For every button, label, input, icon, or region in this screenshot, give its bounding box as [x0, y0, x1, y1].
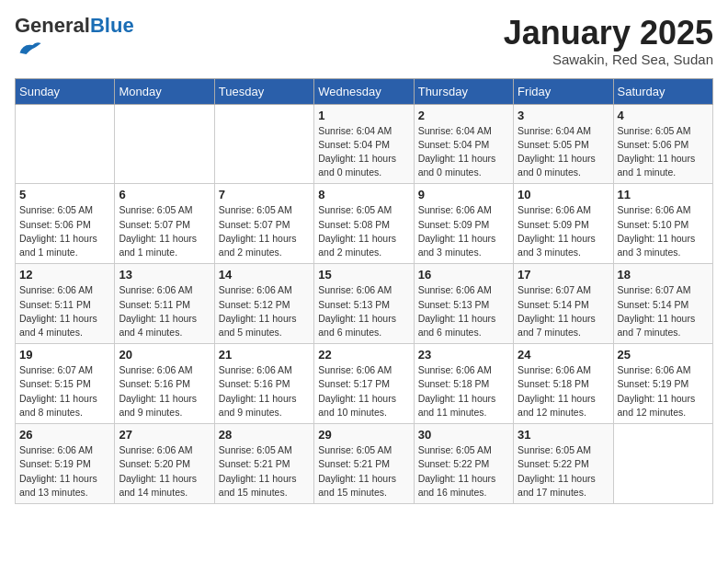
day-number: 28	[219, 428, 310, 442]
logo-text: GeneralBlue	[15, 15, 134, 37]
day-number: 20	[119, 348, 210, 362]
month-title: January 2025	[504, 15, 713, 52]
calendar-week-4: 19Sunrise: 6:07 AMSunset: 5:15 PMDayligh…	[16, 344, 713, 424]
day-detail: Sunrise: 6:06 AMSunset: 5:16 PMDaylight:…	[219, 363, 310, 419]
calendar-cell: 27Sunrise: 6:06 AMSunset: 5:20 PMDayligh…	[115, 424, 214, 504]
day-number: 13	[119, 268, 210, 282]
day-number: 18	[618, 268, 709, 282]
day-detail: Sunrise: 6:06 AMSunset: 5:11 PMDaylight:…	[119, 283, 210, 339]
calendar-cell: 25Sunrise: 6:06 AMSunset: 5:19 PMDayligh…	[613, 344, 712, 424]
day-detail: Sunrise: 6:05 AMSunset: 5:21 PMDaylight:…	[318, 443, 409, 500]
calendar-cell: 22Sunrise: 6:06 AMSunset: 5:17 PMDayligh…	[314, 344, 414, 424]
day-detail: Sunrise: 6:06 AMSunset: 5:16 PMDaylight:…	[119, 363, 210, 419]
day-number: 19	[19, 348, 110, 362]
day-detail: Sunrise: 6:05 AMSunset: 5:06 PMDaylight:…	[19, 203, 110, 259]
calendar-cell: 3Sunrise: 6:04 AMSunset: 5:05 PMDaylight…	[514, 104, 613, 184]
calendar-cell: 31Sunrise: 6:05 AMSunset: 5:22 PMDayligh…	[514, 424, 613, 504]
day-detail: Sunrise: 6:06 AMSunset: 5:09 PMDaylight:…	[518, 203, 609, 259]
calendar-cell: 2Sunrise: 6:04 AMSunset: 5:04 PMDaylight…	[414, 104, 513, 184]
day-number: 1	[318, 109, 409, 122]
calendar-cell: 6Sunrise: 6:05 AMSunset: 5:07 PMDaylight…	[115, 184, 214, 264]
day-detail: Sunrise: 6:07 AMSunset: 5:14 PMDaylight:…	[518, 283, 609, 339]
calendar-cell: 1Sunrise: 6:04 AMSunset: 5:04 PMDaylight…	[314, 104, 414, 184]
day-detail: Sunrise: 6:06 AMSunset: 5:10 PMDaylight:…	[618, 203, 709, 259]
day-detail: Sunrise: 6:04 AMSunset: 5:04 PMDaylight:…	[318, 124, 409, 180]
calendar-header-tuesday: Tuesday	[214, 78, 313, 104]
calendar-cell: 9Sunrise: 6:06 AMSunset: 5:09 PMDaylight…	[414, 184, 513, 264]
calendar-header-thursday: Thursday	[414, 78, 513, 104]
calendar-header-sunday: Sunday	[16, 78, 115, 104]
day-detail: Sunrise: 6:06 AMSunset: 5:19 PMDaylight:…	[19, 443, 110, 500]
calendar-week-1: 1Sunrise: 6:04 AMSunset: 5:04 PMDaylight…	[16, 104, 713, 184]
day-detail: Sunrise: 6:06 AMSunset: 5:19 PMDaylight:…	[618, 363, 709, 419]
day-number: 29	[318, 428, 409, 442]
day-detail: Sunrise: 6:06 AMSunset: 5:13 PMDaylight:…	[418, 283, 509, 339]
day-detail: Sunrise: 6:06 AMSunset: 5:13 PMDaylight:…	[318, 283, 409, 339]
calendar-header-row: SundayMondayTuesdayWednesdayThursdayFrid…	[16, 78, 713, 104]
day-detail: Sunrise: 6:05 AMSunset: 5:07 PMDaylight:…	[219, 203, 310, 259]
day-number: 21	[219, 348, 310, 362]
calendar-cell: 17Sunrise: 6:07 AMSunset: 5:14 PMDayligh…	[514, 264, 613, 344]
day-number: 6	[119, 188, 210, 201]
day-detail: Sunrise: 6:05 AMSunset: 5:08 PMDaylight:…	[318, 203, 409, 259]
day-number: 22	[318, 348, 409, 362]
day-number: 17	[518, 268, 609, 282]
calendar-cell: 14Sunrise: 6:06 AMSunset: 5:12 PMDayligh…	[214, 264, 313, 344]
calendar-cell: 10Sunrise: 6:06 AMSunset: 5:09 PMDayligh…	[514, 184, 613, 264]
calendar-cell: 13Sunrise: 6:06 AMSunset: 5:11 PMDayligh…	[115, 264, 214, 344]
day-number: 7	[219, 188, 310, 201]
title-block: January 2025 Sawakin, Red Sea, Sudan	[504, 15, 713, 67]
calendar-header-saturday: Saturday	[613, 78, 712, 104]
day-detail: Sunrise: 6:07 AMSunset: 5:15 PMDaylight:…	[19, 363, 110, 419]
day-number: 9	[418, 188, 509, 201]
day-number: 10	[518, 188, 609, 201]
day-detail: Sunrise: 6:05 AMSunset: 5:22 PMDaylight:…	[518, 443, 609, 500]
day-number: 30	[418, 428, 509, 442]
calendar-cell: 20Sunrise: 6:06 AMSunset: 5:16 PMDayligh…	[115, 344, 214, 424]
day-number: 16	[418, 268, 509, 282]
calendar-week-3: 12Sunrise: 6:06 AMSunset: 5:11 PMDayligh…	[16, 264, 713, 344]
day-detail: Sunrise: 6:05 AMSunset: 5:07 PMDaylight:…	[119, 203, 210, 259]
day-detail: Sunrise: 6:07 AMSunset: 5:14 PMDaylight:…	[618, 283, 709, 339]
calendar-cell: 4Sunrise: 6:05 AMSunset: 5:06 PMDaylight…	[613, 104, 712, 184]
day-number: 3	[518, 109, 609, 122]
day-detail: Sunrise: 6:06 AMSunset: 5:18 PMDaylight:…	[418, 363, 509, 419]
calendar-table: SundayMondayTuesdayWednesdayThursdayFrid…	[15, 78, 713, 504]
calendar-cell: 19Sunrise: 6:07 AMSunset: 5:15 PMDayligh…	[16, 344, 115, 424]
calendar-cell: 18Sunrise: 6:07 AMSunset: 5:14 PMDayligh…	[613, 264, 712, 344]
calendar-header-monday: Monday	[115, 78, 214, 104]
day-number: 15	[318, 268, 409, 282]
day-detail: Sunrise: 6:06 AMSunset: 5:20 PMDaylight:…	[119, 443, 210, 500]
day-detail: Sunrise: 6:06 AMSunset: 5:17 PMDaylight:…	[318, 363, 409, 419]
calendar-cell	[16, 104, 115, 184]
day-number: 23	[418, 348, 509, 362]
calendar-cell: 21Sunrise: 6:06 AMSunset: 5:16 PMDayligh…	[214, 344, 313, 424]
calendar-cell: 23Sunrise: 6:06 AMSunset: 5:18 PMDayligh…	[414, 344, 513, 424]
day-detail: Sunrise: 6:05 AMSunset: 5:22 PMDaylight:…	[418, 443, 509, 500]
logo-bird-icon	[17, 37, 42, 63]
calendar-cell	[214, 104, 313, 184]
day-detail: Sunrise: 6:05 AMSunset: 5:06 PMDaylight:…	[618, 124, 709, 180]
day-detail: Sunrise: 6:04 AMSunset: 5:04 PMDaylight:…	[418, 124, 509, 180]
day-detail: Sunrise: 6:05 AMSunset: 5:21 PMDaylight:…	[219, 443, 310, 500]
calendar-cell	[613, 424, 712, 504]
day-number: 26	[19, 428, 110, 442]
calendar-cell: 30Sunrise: 6:05 AMSunset: 5:22 PMDayligh…	[414, 424, 513, 504]
calendar-cell: 7Sunrise: 6:05 AMSunset: 5:07 PMDaylight…	[214, 184, 313, 264]
calendar-cell: 28Sunrise: 6:05 AMSunset: 5:21 PMDayligh…	[214, 424, 313, 504]
logo-general: General	[15, 14, 90, 37]
calendar-cell: 16Sunrise: 6:06 AMSunset: 5:13 PMDayligh…	[414, 264, 513, 344]
day-number: 5	[19, 188, 110, 201]
day-number: 8	[318, 188, 409, 201]
calendar-cell: 26Sunrise: 6:06 AMSunset: 5:19 PMDayligh…	[16, 424, 115, 504]
calendar-cell: 5Sunrise: 6:05 AMSunset: 5:06 PMDaylight…	[16, 184, 115, 264]
calendar-header-friday: Friday	[514, 78, 613, 104]
calendar-cell: 29Sunrise: 6:05 AMSunset: 5:21 PMDayligh…	[314, 424, 414, 504]
logo: GeneralBlue	[15, 15, 134, 66]
day-number: 25	[618, 348, 709, 362]
day-number: 24	[518, 348, 609, 362]
day-detail: Sunrise: 6:06 AMSunset: 5:09 PMDaylight:…	[418, 203, 509, 259]
logo-blue: Blue	[90, 14, 134, 37]
day-detail: Sunrise: 6:06 AMSunset: 5:12 PMDaylight:…	[219, 283, 310, 339]
page-header: GeneralBlue January 2025 Sawakin, Red Se…	[15, 15, 713, 67]
